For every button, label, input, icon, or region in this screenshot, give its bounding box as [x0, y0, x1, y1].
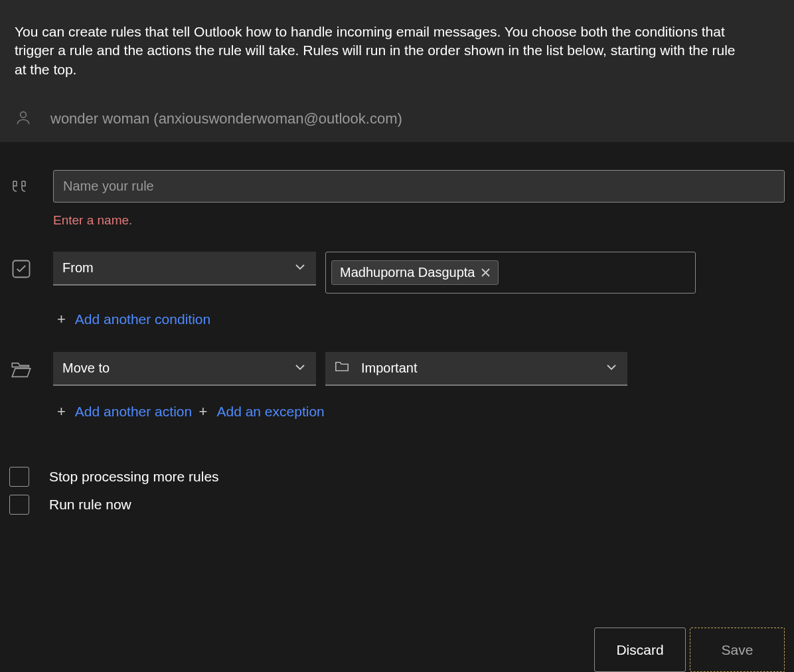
stop-processing-label: Stop processing more rules	[49, 469, 219, 485]
run-now-label: Run rule now	[49, 497, 131, 513]
footer-buttons: Discard Save	[594, 628, 785, 672]
condition-type-label: From	[62, 260, 94, 276]
person-icon	[15, 109, 32, 129]
discard-button[interactable]: Discard	[594, 628, 686, 672]
add-exception-label: Add an exception	[216, 404, 324, 420]
condition-section: From Madhuporna Dasgupta + Add an	[9, 252, 785, 348]
condition-type-dropdown[interactable]: From	[53, 252, 316, 286]
quote-icon	[9, 175, 33, 199]
action-type-label: Move to	[62, 361, 110, 376]
checkmark-icon	[9, 257, 33, 281]
stop-processing-checkbox[interactable]	[9, 467, 29, 487]
svg-point-0	[21, 112, 27, 118]
plus-icon: +	[199, 403, 208, 420]
rule-name-input[interactable]	[53, 170, 785, 203]
folder-icon	[335, 360, 349, 377]
header-section: You can create rules that tell Outlook h…	[0, 0, 794, 142]
stop-processing-row: Stop processing more rules	[9, 467, 785, 487]
action-folder-dropdown[interactable]: Important	[325, 352, 627, 386]
add-exception-link[interactable]: + Add an exception	[195, 403, 325, 420]
action-section: Move to Important	[9, 352, 785, 440]
plus-icon: +	[57, 311, 66, 328]
action-type-dropdown[interactable]: Move to	[53, 352, 316, 386]
add-action-link[interactable]: + Add another action	[53, 403, 192, 420]
add-condition-label: Add another condition	[75, 311, 210, 327]
main-content: Enter a name. From Madhuporna Dasgupta	[0, 142, 794, 515]
checkbox-section: Stop processing more rules Run rule now	[9, 467, 785, 515]
rule-name-error: Enter a name.	[53, 213, 785, 228]
condition-person-input[interactable]: Madhuporna Dasgupta	[325, 252, 696, 294]
chevron-down-icon	[295, 361, 305, 376]
close-icon[interactable]	[481, 265, 490, 280]
person-pill-name: Madhuporna Dasgupta	[340, 265, 475, 280]
person-pill[interactable]: Madhuporna Dasgupta	[331, 260, 499, 285]
save-button[interactable]: Save	[690, 628, 785, 672]
chevron-down-icon	[295, 260, 305, 276]
run-now-row: Run rule now	[9, 495, 785, 515]
rule-name-row: Enter a name.	[9, 170, 785, 248]
action-folder-label: Important	[361, 361, 417, 376]
run-now-checkbox[interactable]	[9, 495, 29, 515]
move-folder-icon	[9, 357, 33, 381]
add-action-label: Add another action	[75, 404, 192, 420]
plus-icon: +	[57, 403, 66, 420]
account-name: wonder woman (anxiouswonderwoman@outlook…	[50, 110, 402, 127]
add-condition-link[interactable]: + Add another condition	[53, 311, 210, 328]
account-row: wonder woman (anxiouswonderwoman@outlook…	[15, 109, 779, 142]
rules-description: You can create rules that tell Outlook h…	[15, 23, 745, 109]
chevron-down-icon	[606, 361, 617, 376]
